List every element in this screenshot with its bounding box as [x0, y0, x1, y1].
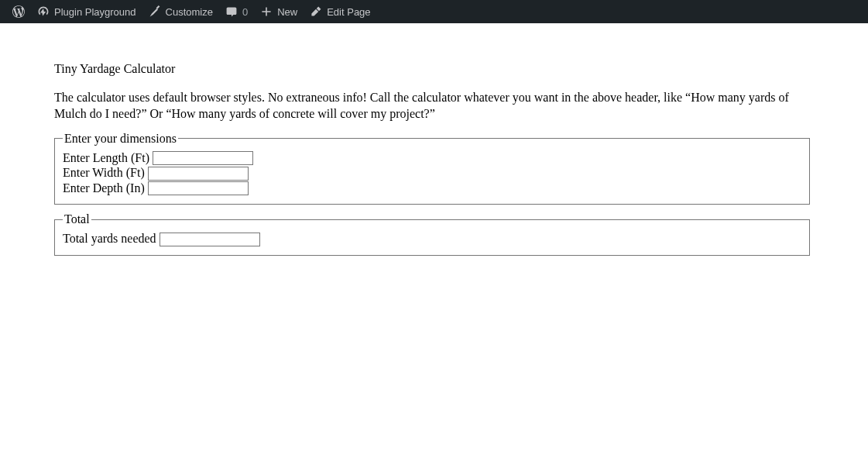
- dashboard-icon: [37, 5, 50, 18]
- total-input[interactable]: [160, 233, 260, 246]
- edit-page-label: Edit Page: [327, 6, 370, 18]
- new-label: New: [277, 6, 297, 18]
- length-label: Enter Length (Ft): [63, 151, 149, 165]
- depth-label: Enter Depth (In): [63, 181, 145, 195]
- pencil-icon: [310, 5, 322, 18]
- comment-icon: [225, 5, 238, 18]
- dimensions-legend: Enter your dimensions: [63, 132, 178, 146]
- depth-input[interactable]: [148, 181, 249, 195]
- width-label: Enter Width (Ft): [63, 166, 145, 180]
- paintbrush-icon: [149, 5, 161, 18]
- page-description: The calculator uses default browser styl…: [54, 90, 813, 122]
- width-input[interactable]: [148, 167, 249, 181]
- total-label: Total yards needed: [63, 232, 156, 246]
- customize-label: Customize: [166, 6, 213, 18]
- wp-admin-bar: Plugin Playground Customize 0 New Edit P…: [0, 0, 868, 23]
- wordpress-logo-icon: [12, 5, 25, 18]
- site-title-menu[interactable]: Plugin Playground: [31, 0, 142, 23]
- dimensions-fieldset: Enter your dimensions Enter Length (Ft) …: [54, 132, 810, 205]
- plus-icon: [260, 5, 273, 18]
- site-title-label: Plugin Playground: [54, 6, 136, 18]
- wp-logo-menu[interactable]: [6, 0, 31, 23]
- customize-menu[interactable]: Customize: [142, 0, 219, 23]
- page-content: Tiny Yardage Calculator The calculator u…: [0, 23, 868, 302]
- comment-count: 0: [242, 6, 248, 18]
- total-legend: Total: [63, 212, 91, 226]
- page-title: Tiny Yardage Calculator: [54, 62, 814, 76]
- length-input[interactable]: [153, 151, 253, 165]
- edit-page-menu[interactable]: Edit Page: [304, 0, 376, 23]
- total-fieldset: Total Total yards needed: [54, 212, 810, 256]
- new-content-menu[interactable]: New: [254, 0, 304, 23]
- comments-menu[interactable]: 0: [219, 0, 254, 23]
